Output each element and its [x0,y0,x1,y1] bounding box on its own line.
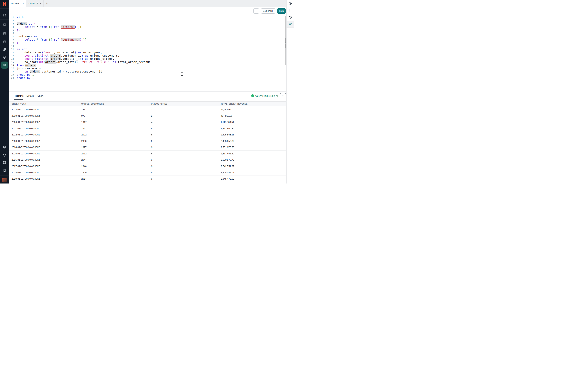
tab-results[interactable]: Results [15,92,24,100]
table-row[interactable]: 2020-01-01T00:00:00.000Z191741,115,869.5… [9,119,286,125]
grid-icon [3,32,6,36]
close-icon[interactable]: ✕ [22,2,24,5]
code-text: count(distinct orders.customer_id) as un… [15,54,286,57]
sidebar-item-clipboard[interactable] [1,143,8,150]
close-icon[interactable]: ✕ [40,2,41,5]
line-number: 7 [9,35,15,38]
book-icon [3,161,6,164]
user-avatar[interactable] [2,178,7,183]
table-cell: 2,551,076.70 [221,146,286,149]
table-row[interactable]: 2030-01-01T00:00:00.000Z287961,841,049.3… [9,182,286,184]
code-line-2[interactable]: 2 [9,19,286,22]
sql-editor[interactable]: 1with23orders as (4select * from {{ ref(… [9,15,286,92]
code-line-1[interactable]: 1with [9,16,286,19]
bookmark-button[interactable]: Bookmark [261,8,276,14]
table-row[interactable]: 2018-01-01T00:00:00.000Z221144,442.65 [9,106,286,113]
right-rail-bookmark[interactable] [286,7,294,14]
code-line-11[interactable]: 11select [9,48,286,51]
line-number: 20 [9,76,15,80]
table-row[interactable]: 2029-01-01T00:00:00.000Z295462,845,473.9… [9,176,286,182]
table-row[interactable]: 2024-01-01T00:00:00.000Z292762,551,076.7… [9,144,286,150]
line-number: 2 [9,19,15,22]
table-cell: 2028-01-01T00:00:00.000Z [11,171,81,174]
table-row[interactable]: 2025-01-01T00:00:00.000Z293262,617,453.3… [9,150,286,157]
code-line-6[interactable]: 6 [9,32,286,35]
code-line-8[interactable]: 8select * from {{ ref('customers') }} [9,38,286,41]
sidebar-item-home[interactable] [1,11,8,18]
code-text: with [15,16,286,19]
right-rail-history[interactable] [286,14,294,21]
hex-logo[interactable] [2,1,7,7]
code-line-19[interactable]: 19group by 1 [9,73,286,76]
new-tab-button[interactable]: + [44,0,50,7]
code-text: orders as ( [15,22,286,25]
table-cell: 2946 [81,165,151,167]
code-line-7[interactable]: 7customers as ( [9,35,286,38]
table-cell: 44,442.65 [221,108,286,111]
sidebar-item-grid[interactable] [1,30,8,37]
code-text [15,44,286,48]
table-row[interactable]: 2028-01-01T00:00:00.000Z294962,808,539.0… [9,169,286,176]
sidebar-item-compass[interactable] [1,54,8,61]
code-line-5[interactable]: 5), [9,29,286,32]
code-line-16[interactable]: 16from orders [9,64,286,67]
sidebar-item-archive[interactable] [1,21,8,28]
table-cell: 2026-01-01T00:00:00.000Z [11,158,81,161]
table-row[interactable]: 2022-01-01T00:00:00.000Z290262,325,556.1… [9,132,286,138]
sidebar-item-windows[interactable] [1,46,8,53]
main-area: Untitled 1 ✕ Untitled 1 ✕ + ••• Bookmark… [9,0,286,184]
table-row[interactable]: 2027-01-01T00:00:00.000Z294662,742,751.3… [9,163,286,169]
column-header-unique_cities[interactable]: UNIQUE_CITIES [151,103,221,105]
code-line-12[interactable]: 12date_trunc('year', ordered_at) as orde… [9,51,286,54]
more-options-button[interactable]: ••• [253,8,259,14]
windows-icon [3,48,6,51]
table-cell: 2932 [81,152,151,155]
sidebar-item-code-window[interactable] [1,38,8,45]
tab-chart[interactable]: Chart [37,92,43,100]
table-cell: 6 [151,127,221,130]
sidebar-item-building[interactable] [1,167,8,174]
code-line-9[interactable]: 9) [9,41,286,44]
table-cell: 2927 [81,146,151,149]
code-line-3[interactable]: 3orders as ( [9,22,286,25]
code-line-13[interactable]: 13count(distinct orders.customer_id) as … [9,54,286,57]
table-row[interactable]: 2019-01-01T00:00:00.000Z9772494,818.00 [9,113,286,119]
sidebar-item-laptop[interactable] [1,61,8,69]
code-line-18[interactable]: 18on orders.customer_id = customers.cust… [9,70,286,73]
tab-untitled-1[interactable]: Untitled 1 ✕ [9,0,26,7]
code-line-20[interactable]: 20order by 1 [9,76,286,80]
code-text: on orders.customer_id = customers.custom… [15,70,286,73]
code-line-15[interactable]: 15to_char(sum(orders.order_total), '999,… [9,60,286,64]
tab-label: Untitled 1 [11,2,21,5]
table-row[interactable]: 2026-01-01T00:00:00.000Z294462,690,570.7… [9,157,286,163]
compass-icon [288,2,292,5]
table-cell: 977 [81,115,151,117]
table-row[interactable]: 2023-01-01T00:00:00.000Z293062,453,253.3… [9,138,286,144]
rail-divider [0,175,9,176]
code-line-4[interactable]: 4select * from {{ ref('orders') }} [9,25,286,29]
line-number: 10 [9,44,15,48]
code-line-17[interactable]: 17join customers [9,67,286,70]
table-cell: 1,871,800.85 [221,127,286,130]
tab-untitled-2[interactable]: Untitled 1 ✕ [26,0,44,7]
right-rail-magic-chat[interactable] [286,21,294,28]
sidebar-item-book[interactable] [1,159,8,166]
query-status-text: Query completed in 4s [255,94,278,97]
code-text: ), [15,29,286,32]
tab-details[interactable]: Details [26,92,34,100]
scrollbar-thumb[interactable] [285,44,286,48]
scrollbar-thumb[interactable] [285,38,286,42]
column-header-total_order_revenue[interactable]: TOTAL_ORDER_REVENUE [221,103,286,105]
code-text: count(distinct orders.location_id) as un… [15,57,286,60]
tab-label: Untitled 1 [28,2,38,5]
sidebar-item-headset[interactable] [1,151,8,158]
code-line-14[interactable]: 14count(distinct orders.location_id) as … [9,57,286,60]
code-window-icon [3,40,6,44]
results-more-button[interactable]: ••• [280,93,286,98]
right-rail-compass[interactable] [286,0,294,7]
code-line-10[interactable]: 10 [9,44,286,48]
table-row[interactable]: 2021-01-01T00:00:00.000Z266161,871,800.8… [9,125,286,132]
run-button[interactable]: Run [277,8,286,14]
column-header-order_year[interactable]: ORDER_YEAR [11,103,81,105]
column-header-unique_customers[interactable]: UNIQUE_CUSTOMERS [81,103,151,105]
